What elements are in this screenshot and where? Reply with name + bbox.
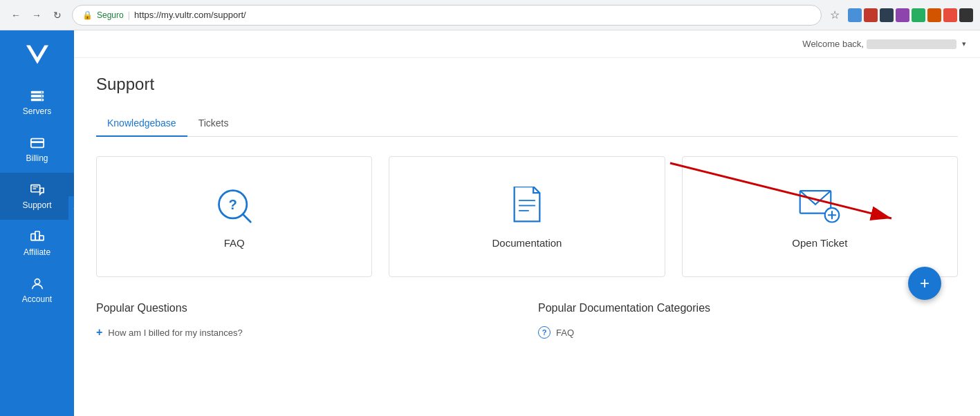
- cards-grid: ? FAQ: [96, 156, 958, 277]
- username-placeholder: [867, 39, 956, 49]
- open-ticket-icon: [799, 185, 840, 226]
- open-ticket-card[interactable]: Open Ticket: [682, 156, 958, 277]
- svg-point-4: [41, 95, 42, 97]
- divider: |: [128, 10, 130, 20]
- popular-docs-section: Popular Documentation Categories ? FAQ: [538, 302, 958, 341]
- sidebar-item-account[interactable]: Account: [0, 267, 74, 314]
- circle-q-icon: ?: [538, 326, 551, 339]
- top-bar: Welcome back, ▾: [74, 30, 980, 58]
- ext-icon-6: [927, 8, 941, 22]
- ext-icon-3: [880, 8, 894, 22]
- svg-text:?: ?: [229, 197, 237, 212]
- affiliate-label: Affiliate: [24, 247, 50, 257]
- servers-label: Servers: [23, 106, 51, 116]
- faq-card[interactable]: ? FAQ: [96, 156, 372, 277]
- ext-icon-4: [896, 8, 909, 22]
- ext-icon-2: [864, 8, 878, 22]
- support-icon: [30, 182, 45, 198]
- welcome-text: Welcome back,: [802, 39, 864, 49]
- popular-docs-title: Popular Documentation Categories: [538, 302, 958, 314]
- account-label: Account: [22, 294, 52, 304]
- page-title: Support: [96, 75, 958, 94]
- servers-icon: [30, 88, 45, 104]
- sidebar-item-support[interactable]: Support ‹: [0, 173, 74, 220]
- browser-bar: ← → ↻ 🔒 Seguro | https://my.vultr.com/su…: [0, 0, 980, 30]
- extensions: [848, 8, 973, 22]
- svg-point-3: [41, 92, 42, 93]
- documentation-icon: [506, 185, 548, 226]
- cards-container: ? FAQ: [96, 156, 958, 277]
- popular-doc-text: FAQ: [556, 328, 574, 338]
- popular-questions-title: Popular Questions: [96, 302, 516, 314]
- tab-knowledgebase[interactable]: Knowledgebase: [96, 111, 187, 137]
- affiliate-icon: [30, 229, 45, 245]
- secure-label: Seguro: [97, 10, 124, 20]
- plus-icon: +: [96, 326, 102, 339]
- sidebar-item-servers[interactable]: Servers: [0, 79, 74, 126]
- billing-label: Billing: [26, 153, 48, 163]
- page-content: Support Knowledgebase Tickets ?: [74, 58, 980, 357]
- account-icon: [30, 276, 45, 292]
- reload-button[interactable]: ↻: [48, 6, 66, 24]
- sidebar-item-billing[interactable]: Billing: [0, 126, 74, 173]
- bookmark-icon[interactable]: ☆: [827, 8, 842, 21]
- lock-icon: 🔒: [82, 10, 93, 20]
- svg-point-5: [41, 100, 42, 101]
- forward-button[interactable]: →: [28, 6, 46, 24]
- documentation-label: Documentation: [492, 237, 562, 249]
- app-layout: Servers Billing Support ‹: [0, 30, 980, 416]
- billing-icon: [30, 135, 45, 151]
- ext-icon-7: [943, 8, 957, 22]
- sidebar-item-affiliate[interactable]: Affiliate: [0, 220, 74, 267]
- faq-icon: ?: [214, 185, 255, 226]
- address-bar[interactable]: 🔒 Seguro | https://my.vultr.com/support/: [72, 5, 822, 26]
- popular-question-item[interactable]: + How am I billed for my instances?: [96, 324, 516, 341]
- svg-point-15: [35, 279, 39, 284]
- new-ticket-fab[interactable]: +: [908, 267, 941, 300]
- documentation-card[interactable]: Documentation: [389, 156, 665, 277]
- tabs: Knowledgebase Tickets: [96, 111, 958, 137]
- url-text: https://my.vultr.com/support/: [134, 10, 246, 20]
- tab-tickets[interactable]: Tickets: [187, 111, 240, 137]
- popular-questions-section: Popular Questions + How am I billed for …: [96, 302, 516, 341]
- sidebar-logo[interactable]: [20, 37, 55, 72]
- faq-label: FAQ: [224, 237, 245, 249]
- user-dropdown-arrow[interactable]: ▾: [962, 39, 966, 48]
- support-label: Support: [22, 200, 51, 210]
- ext-icon-8: [959, 8, 973, 22]
- popular-sections: Popular Questions + How am I billed for …: [96, 302, 958, 341]
- ext-icon-5: [912, 8, 925, 22]
- back-button[interactable]: ←: [7, 6, 25, 24]
- open-ticket-label: Open Ticket: [792, 237, 847, 249]
- svg-rect-7: [30, 141, 43, 143]
- sidebar: Servers Billing Support ‹: [0, 30, 74, 416]
- popular-question-text: How am I billed for my instances?: [108, 328, 242, 338]
- popular-doc-item[interactable]: ? FAQ: [538, 324, 958, 341]
- vultr-logo-icon: [24, 41, 51, 68]
- nav-buttons: ← → ↻: [7, 6, 66, 24]
- content-area: Welcome back, ▾ Support Knowledgebase Ti…: [74, 30, 980, 416]
- ext-icon-1: [848, 8, 862, 22]
